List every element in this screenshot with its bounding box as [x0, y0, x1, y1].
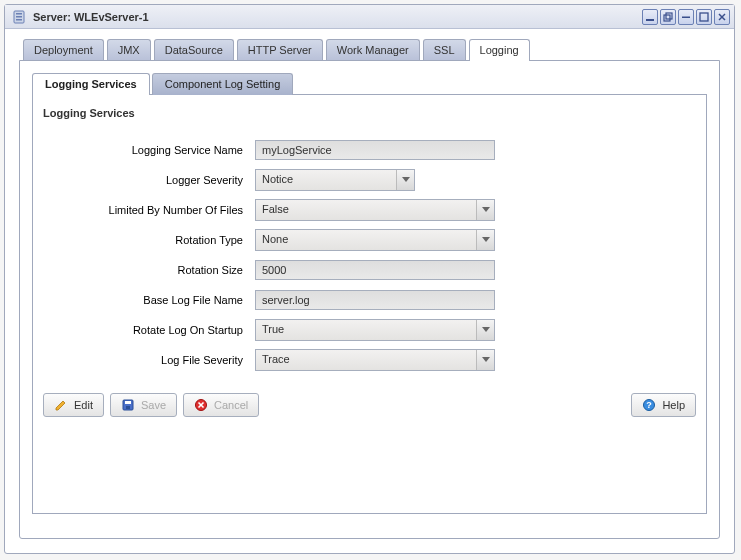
svg-rect-1: [16, 13, 22, 15]
pencil-icon: [54, 398, 68, 412]
file-severity-select[interactable]: Trace: [255, 349, 495, 371]
row-base-file: Base Log File Name: [43, 285, 696, 315]
row-service-name: Logging Service Name: [43, 135, 696, 165]
svg-text:?: ?: [647, 400, 653, 410]
label-rotation-type: Rotation Type: [43, 234, 255, 246]
svg-rect-17: [125, 401, 131, 404]
server-icon: [11, 9, 27, 25]
tab-ssl[interactable]: SSL: [423, 39, 466, 61]
svg-marker-11: [402, 177, 410, 182]
label-limited-files: Limited By Number Of Files: [43, 204, 255, 216]
form: Logging Service Name Logger Severity Not…: [43, 135, 696, 375]
chevron-down-icon: [476, 320, 494, 340]
rotation-type-select[interactable]: None: [255, 229, 495, 251]
label-base-file: Base Log File Name: [43, 294, 255, 306]
tab-deployment[interactable]: Deployment: [23, 39, 104, 61]
main-tab-strip: Deployment JMX DataSource HTTP Server Wo…: [19, 39, 720, 61]
label-service-name: Logging Service Name: [43, 144, 255, 156]
window-controls: [642, 9, 730, 25]
cancel-icon: [194, 398, 208, 412]
tab-datasource[interactable]: DataSource: [154, 39, 234, 61]
svg-marker-12: [482, 207, 490, 212]
help-button[interactable]: ? Help: [631, 393, 696, 417]
subtab-component-log-setting[interactable]: Component Log Setting: [152, 73, 294, 95]
label-file-severity: Log File Severity: [43, 354, 255, 366]
svg-marker-15: [482, 357, 490, 362]
save-button: Save: [110, 393, 177, 417]
svg-rect-8: [700, 13, 708, 21]
tab-work-manager[interactable]: Work Manager: [326, 39, 420, 61]
label-logger-severity: Logger Severity: [43, 174, 255, 186]
disk-icon: [121, 398, 135, 412]
svg-marker-13: [482, 237, 490, 242]
label-rotation-size: Rotation Size: [43, 264, 255, 276]
chevron-down-icon: [476, 350, 494, 370]
rotation-size-field[interactable]: [255, 260, 495, 280]
tab-http-server[interactable]: HTTP Server: [237, 39, 323, 61]
cancel-button: Cancel: [183, 393, 259, 417]
rotate-startup-select[interactable]: True: [255, 319, 495, 341]
sub-tab-strip: Logging Services Component Log Setting: [32, 73, 707, 95]
minimize-window-button[interactable]: [678, 9, 694, 25]
svg-rect-18: [126, 406, 130, 409]
collapse-button[interactable]: [642, 9, 658, 25]
chevron-down-icon: [476, 200, 494, 220]
row-logger-severity: Logger Severity Notice: [43, 165, 696, 195]
row-rotate-startup: Rotate Log On Startup True: [43, 315, 696, 345]
row-file-severity: Log File Severity Trace: [43, 345, 696, 375]
tab-logging[interactable]: Logging: [469, 39, 530, 61]
svg-rect-7: [682, 16, 690, 18]
svg-rect-5: [664, 15, 670, 21]
subtab-logging-services[interactable]: Logging Services: [32, 73, 150, 95]
chevron-down-icon: [476, 230, 494, 250]
svg-rect-3: [16, 19, 22, 21]
edit-button[interactable]: Edit: [43, 393, 104, 417]
service-name-field[interactable]: [255, 140, 495, 160]
maximize-window-button[interactable]: [696, 9, 712, 25]
svg-rect-4: [646, 19, 654, 21]
label-rotate-startup: Rotate Log On Startup: [43, 324, 255, 336]
svg-rect-2: [16, 16, 22, 18]
server-config-window: Server: WLEvServer-1 Deployment JMX Data…: [4, 4, 735, 554]
content-area: Deployment JMX DataSource HTTP Server Wo…: [5, 29, 734, 553]
base-file-field[interactable]: [255, 290, 495, 310]
window-titlebar: Server: WLEvServer-1: [5, 5, 734, 29]
logging-panel: Logging Services Component Log Setting L…: [19, 60, 720, 539]
help-icon: ?: [642, 398, 656, 412]
row-limited-files: Limited By Number Of Files False: [43, 195, 696, 225]
section-title: Logging Services: [43, 107, 696, 119]
svg-rect-6: [666, 13, 672, 19]
tab-jmx[interactable]: JMX: [107, 39, 151, 61]
row-rotation-size: Rotation Size: [43, 255, 696, 285]
window-title: Server: WLEvServer-1: [33, 11, 149, 23]
close-window-button[interactable]: [714, 9, 730, 25]
row-rotation-type: Rotation Type None: [43, 225, 696, 255]
svg-marker-14: [482, 327, 490, 332]
chevron-down-icon: [396, 170, 414, 190]
button-bar: Edit Save Cancel ? Help: [43, 393, 696, 417]
logging-services-panel: Logging Services Logging Service Name Lo…: [32, 94, 707, 514]
limited-files-select[interactable]: False: [255, 199, 495, 221]
logger-severity-select[interactable]: Notice: [255, 169, 415, 191]
restore-window-button[interactable]: [660, 9, 676, 25]
